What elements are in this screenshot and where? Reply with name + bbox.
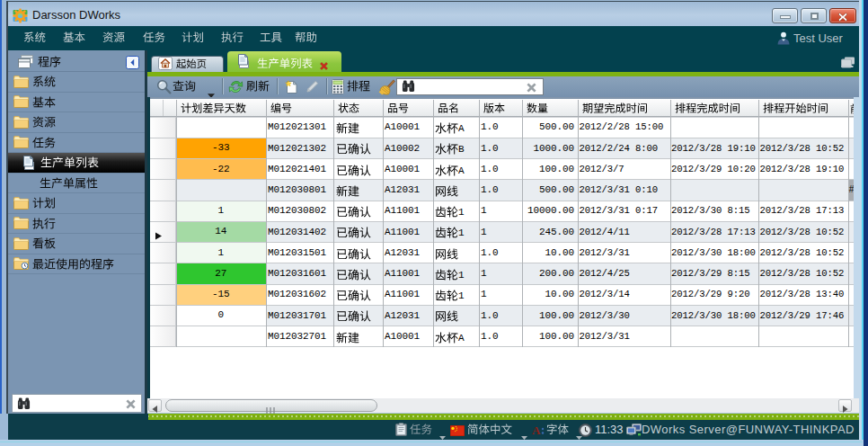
svg-text:A: A [532, 424, 541, 436]
